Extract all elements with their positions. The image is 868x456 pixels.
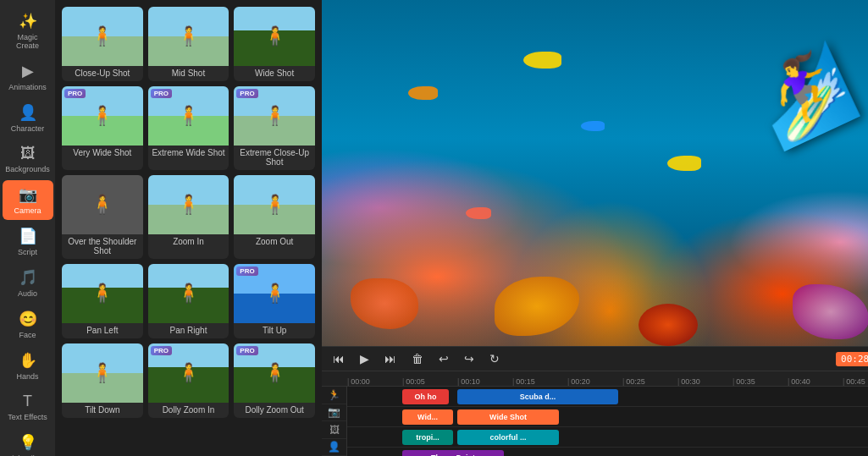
thumb-character: 🧍 <box>177 362 200 384</box>
pro-badge: PRO <box>236 346 257 355</box>
sidebar-item-backgrounds[interactable]: 🖼Backgrounds <box>3 140 53 179</box>
camera-label: Zoom In <box>148 234 229 250</box>
camera-item-dolly-zoom-out[interactable]: PRO 🧍 Dolly Zoom Out <box>234 343 315 418</box>
clip-scuba[interactable]: Scuba d... <box>457 389 618 404</box>
camera-item-extreme-close-up-shot[interactable]: PRO 🧍 Extreme Close-Up Shot <box>234 86 315 170</box>
undo-button[interactable]: ↩ <box>434 350 453 367</box>
thumb-character: 🧍 <box>263 105 286 127</box>
loop-button[interactable]: ↻ <box>485 350 504 367</box>
clip-colorful[interactable]: colorful ... <box>457 430 559 445</box>
camera-panel: 🧍 Close-Up Shot 🧍 Mid Shot 🧍 Wide Shot P… <box>55 0 322 456</box>
camera-label: Over the Shoulder Shot <box>62 234 143 259</box>
preview-area: 🏄‍♀️ <box>322 0 868 346</box>
animations-icon: ▶ <box>22 62 34 80</box>
magic-create-icon: ✨ <box>19 12 37 30</box>
sidebar-label-script: Script <box>18 248 37 256</box>
clip-three-point[interactable]: Thre... Point <box>402 450 504 457</box>
sidebar-item-character[interactable]: 👤Character <box>3 98 53 138</box>
camera-icon: 📷 <box>19 185 37 204</box>
camera-item-tilt-up[interactable]: PRO 🧍 Tilt Up <box>234 264 315 338</box>
thumb-character: 🧍 <box>263 283 286 305</box>
camera-item-pan-right[interactable]: 🧍 Pan Right <box>148 264 229 338</box>
thumb-character: 🧍 <box>91 362 113 384</box>
camera-label: Extreme Close-Up Shot <box>234 146 315 170</box>
sidebar-item-face[interactable]: 😊Face <box>3 305 53 344</box>
sidebar-item-audio[interactable]: 🎵Audio <box>3 263 53 303</box>
ruler-mark-00:40: 00:40 <box>788 377 843 386</box>
ruler-mark-00:00: 00:00 <box>347 377 402 386</box>
sidebar-label-audio: Audio <box>18 289 37 298</box>
skip-forward-button[interactable]: ⏭ <box>380 350 401 367</box>
sidebar-item-script[interactable]: 📄Script <box>3 222 53 261</box>
camera-thumb: 🧍 <box>148 264 229 323</box>
timestamp-display: 00:28:42 <box>836 352 868 366</box>
camera-item-tilt-down[interactable]: 🧍 Tilt Down <box>62 343 143 418</box>
camera-item-dolly-zoom-in[interactable]: PRO 🧍 Dolly Zoom In <box>148 343 229 418</box>
sidebar-label-character: Character <box>11 124 45 133</box>
character-icon: 👤 <box>19 103 37 122</box>
ruler-marks: 00:0000:0500:1000:1500:2000:2500:3000:35… <box>322 371 868 386</box>
camera-item-zoom-out[interactable]: 🧍 Zoom Out <box>234 175 315 259</box>
camera-label: Extreme Wide Shot <box>148 146 229 161</box>
ruler-mark-00:45: 00:45 <box>843 377 868 386</box>
camera-thumb: 🧍 <box>62 175 143 234</box>
camera-grid: 🧍 Close-Up Shot 🧍 Mid Shot 🧍 Wide Shot P… <box>62 7 315 418</box>
ruler-mark-00:10: 00:10 <box>457 377 512 386</box>
camera-item-zoom-in[interactable]: 🧍 Zoom In <box>148 175 229 259</box>
camera-label: Zoom Out <box>234 234 315 250</box>
pro-badge: PRO <box>151 346 172 355</box>
sidebar-item-hands[interactable]: ✋Hands <box>3 346 53 386</box>
thumb-character: 🧍 <box>91 25 113 47</box>
play-button[interactable]: ▶ <box>356 350 373 367</box>
camera-label: Pan Right <box>148 323 229 338</box>
camera-label: Tilt Down <box>62 403 143 418</box>
sidebar-label-animations: Animations <box>8 83 47 91</box>
sidebar-item-light-filters[interactable]: 💡Light Filters <box>3 428 53 456</box>
camera-thumb: 🧍 <box>62 264 143 323</box>
camera-thumb: 🧍 <box>148 175 229 234</box>
camera-label: Dolly Zoom Out <box>234 403 315 418</box>
redo-button[interactable]: ↪ <box>460 350 478 367</box>
camera-item-mid-shot[interactable]: 🧍 Mid Shot <box>148 7 229 81</box>
coral-3 <box>639 304 698 346</box>
ruler-mark-00:30: 00:30 <box>677 377 733 386</box>
clip-tropi[interactable]: tropi... <box>402 430 453 445</box>
sidebar-item-animations[interactable]: ▶Animations <box>3 57 53 96</box>
camera-label: Pan Left <box>62 323 143 338</box>
camera-thumb: PRO 🧍 <box>148 86 229 146</box>
sidebar-item-text-effects[interactable]: TText Effects <box>3 387 53 426</box>
track-icon-character: 👤 <box>322 439 346 457</box>
track-labels: 🏃 📷 🖼 👤 <box>322 387 347 456</box>
thumb-character: 🧍 <box>177 25 200 47</box>
camera-item-pan-left[interactable]: 🧍 Pan Left <box>62 264 143 338</box>
clip-wide-shot[interactable]: Wide Shot <box>457 409 559 425</box>
camera-thumb: PRO 🧍 <box>234 343 315 403</box>
camera-thumb: 🧍 <box>234 7 315 66</box>
thumb-character: 🧍 <box>263 362 286 384</box>
timeline-ruler: 00:0000:0500:1000:1500:2000:2500:3000:35… <box>322 371 868 387</box>
text-effects-icon: T <box>23 393 32 410</box>
camera-item-close-up-shot[interactable]: 🧍 Close-Up Shot <box>62 7 143 81</box>
camera-item-wide-shot[interactable]: 🧍 Wide Shot <box>234 7 315 81</box>
delete-button[interactable]: 🗑 <box>407 350 428 367</box>
ruler-mark-00:05: 00:05 <box>402 377 457 386</box>
fish-1 <box>523 52 561 69</box>
camera-label: Mid Shot <box>148 66 229 81</box>
sidebar-item-camera[interactable]: 📷Camera <box>3 180 53 220</box>
camera-thumb: 🧍 <box>148 7 229 66</box>
track-row-background: tropi... colorful ... vibrant ... Teal <box>347 427 868 448</box>
sidebar-label-text-effects: Text Effects <box>8 413 47 421</box>
clip-oh-ho[interactable]: Oh ho <box>402 389 449 404</box>
sidebar-item-magic-create[interactable]: ✨Magic Create <box>3 7 53 55</box>
audio-icon: 🎵 <box>19 268 37 287</box>
camera-item-extreme-wide-shot[interactable]: PRO 🧍 Extreme Wide Shot <box>148 86 229 170</box>
camera-label: Very Wide Shot <box>62 146 143 161</box>
camera-thumb: PRO 🧍 <box>234 264 315 323</box>
ruler-mark-00:35: 00:35 <box>733 377 788 386</box>
clip-wid[interactable]: Wid... <box>402 409 453 425</box>
thumb-character: 🧍 <box>91 194 113 216</box>
skip-back-button[interactable]: ⏮ <box>329 350 349 367</box>
camera-item-over-the-shoulder-shot[interactable]: 🧍 Over the Shoulder Shot <box>62 175 143 259</box>
sidebar-label-camera: Camera <box>14 206 41 215</box>
camera-item-very-wide-shot[interactable]: PRO 🧍 Very Wide Shot <box>62 86 143 170</box>
